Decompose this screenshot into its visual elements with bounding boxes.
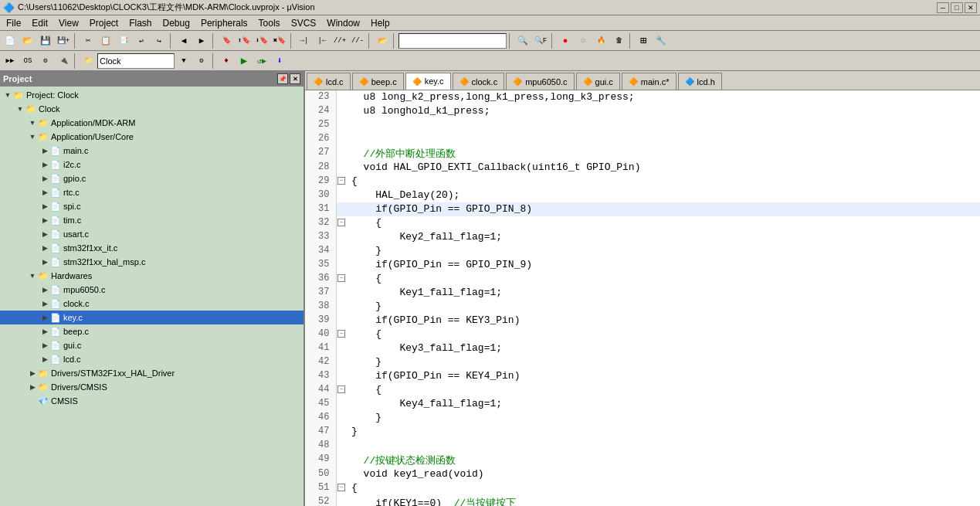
- cut-button[interactable]: ✂: [80, 32, 97, 49]
- download-button[interactable]: 🔥: [592, 32, 609, 49]
- menu-item-help[interactable]: Help: [366, 16, 395, 30]
- tab-clock-c[interactable]: 🔶clock.c: [453, 73, 505, 90]
- code-content-31[interactable]: if(GPIO_Pin == GPIO_PIN_8): [347, 202, 980, 216]
- tree-expander-1[interactable]: ▼: [15, 104, 25, 114]
- code-content-50[interactable]: void key1_read(void): [347, 467, 980, 481]
- code-content-37[interactable]: Key1_fall_flag=1;: [347, 286, 980, 300]
- tree-item-16[interactable]: ▶📄key.c: [0, 311, 303, 324]
- tree-expander-21[interactable]: ▶: [28, 382, 37, 392]
- search-input[interactable]: [398, 33, 507, 49]
- fold-col-32[interactable]: −: [336, 216, 347, 230]
- code-editor[interactable]: 23 u8 long_k2_press,long_k1_press,long_k…: [305, 90, 980, 506]
- tree-expander-3[interactable]: ▼: [28, 132, 37, 141]
- code-content-52[interactable]: if(KEY1==0) //当按键按下: [347, 495, 980, 506]
- open-button[interactable]: 📂: [19, 32, 36, 49]
- code-content-41[interactable]: Key3_fall_flag=1;: [347, 341, 980, 355]
- fold-col-36[interactable]: −: [336, 272, 347, 286]
- tree-item-6[interactable]: ▶📄gpio.c: [0, 171, 303, 185]
- comment-button[interactable]: //+: [331, 32, 348, 49]
- tree-expander-10[interactable]: ▶: [40, 229, 49, 239]
- tree-item-15[interactable]: ▶📄clock.c: [0, 297, 303, 311]
- code-content-42[interactable]: }: [347, 355, 980, 369]
- tree-expander-17[interactable]: ▶: [40, 327, 49, 336]
- code-content-35[interactable]: if(GPIO_Pin == GPIO_PIN_9): [347, 258, 980, 272]
- tree-expander-2[interactable]: ▼: [28, 118, 37, 127]
- code-content-24[interactable]: u8 longhold_k1_press;: [347, 104, 980, 118]
- tab-lcd-h[interactable]: 🔷lcd.h: [678, 73, 722, 90]
- search-in-files-button[interactable]: 🔍F: [532, 32, 549, 49]
- tree-item-22[interactable]: 💎CMSIS: [0, 394, 303, 408]
- menu-item-debug[interactable]: Debug: [158, 16, 195, 30]
- debug-button[interactable]: ▶▶: [2, 53, 19, 70]
- tree-item-0[interactable]: ▼📁Project: Clock: [0, 88, 303, 102]
- tools-button[interactable]: 🔧: [653, 32, 670, 49]
- os-button[interactable]: OS: [19, 53, 36, 70]
- code-content-46[interactable]: }: [347, 411, 980, 425]
- tree-item-12[interactable]: ▶📄stm32f1xx_hal_msp.c: [0, 255, 303, 269]
- prev-bookmark-button[interactable]: ⬆🔖: [236, 32, 253, 49]
- next-bookmark-button[interactable]: ⬇🔖: [253, 32, 270, 49]
- menu-item-tools[interactable]: Tools: [254, 16, 285, 30]
- code-content-23[interactable]: u8 long_k2_press,long_k1_press,long_k3_p…: [347, 90, 980, 104]
- tab-gui-c[interactable]: 🔶gui.c: [576, 73, 620, 90]
- tree-expander-15[interactable]: ▶: [40, 299, 49, 308]
- redo-button[interactable]: ↪: [151, 32, 168, 49]
- tree-item-18[interactable]: ▶📄gui.c: [0, 338, 303, 352]
- code-content-39[interactable]: if(GPIO_Pin == KEY3_Pin): [347, 314, 980, 328]
- search-button[interactable]: 🔍: [514, 32, 531, 49]
- tree-expander-9[interactable]: ▶: [40, 216, 49, 225]
- code-content-29[interactable]: {: [347, 175, 980, 188]
- menu-item-svcs[interactable]: SVCS: [287, 16, 321, 30]
- code-content-34[interactable]: }: [347, 244, 980, 258]
- fold-col-51[interactable]: −: [336, 481, 347, 495]
- tree-item-20[interactable]: ▶📁Drivers/STM32F1xx_HAL_Driver: [0, 366, 303, 380]
- settings-button[interactable]: ⊞: [635, 32, 652, 49]
- menu-item-flash[interactable]: Flash: [124, 16, 156, 30]
- open-file-button[interactable]: 📂: [374, 32, 391, 49]
- menu-item-view[interactable]: View: [54, 16, 83, 30]
- nav-back-button[interactable]: ◀: [175, 32, 192, 49]
- code-content-36[interactable]: {: [347, 272, 980, 286]
- peripheral-button[interactable]: ⚙: [37, 53, 54, 70]
- tree-item-5[interactable]: ▶📄i2c.c: [0, 158, 303, 171]
- tree-item-3[interactable]: ▼📁Application/User/Core: [0, 130, 303, 144]
- code-content-47[interactable]: }: [347, 425, 980, 439]
- tree-expander-8[interactable]: ▶: [40, 202, 49, 211]
- fold-col-29[interactable]: −: [336, 175, 347, 188]
- tree-item-2[interactable]: ▼📁Application/MDK-ARM: [0, 116, 303, 130]
- copy-button[interactable]: 📋: [97, 32, 114, 49]
- code-content-45[interactable]: Key4_fall_flag=1;: [347, 397, 980, 411]
- tree-item-4[interactable]: ▶📄main.c: [0, 144, 303, 158]
- menu-item-file[interactable]: File: [2, 16, 25, 30]
- code-content-26[interactable]: [347, 132, 980, 146]
- menu-item-project[interactable]: Project: [85, 16, 123, 30]
- tree-item-14[interactable]: ▶📄mpu6050.c: [0, 283, 303, 297]
- tree-expander-16[interactable]: ▶: [40, 313, 49, 322]
- code-content-40[interactable]: {: [347, 328, 980, 341]
- tree-item-10[interactable]: ▶📄usart.c: [0, 227, 303, 241]
- compile-button[interactable]: ▶: [236, 53, 253, 70]
- new-file-button[interactable]: 📄: [2, 32, 19, 49]
- flash-download-button[interactable]: ⬇: [271, 53, 288, 70]
- tree-item-19[interactable]: ▶📄lcd.c: [0, 352, 303, 366]
- tree-item-11[interactable]: ▶📄stm32f1xx_it.c: [0, 241, 303, 255]
- close-button[interactable]: ✕: [965, 2, 977, 13]
- hardware-button[interactable]: 🔌: [55, 53, 72, 70]
- code-content-33[interactable]: Key2_fall_flag=1;: [347, 230, 980, 244]
- tree-item-17[interactable]: ▶📄beep.c: [0, 324, 303, 338]
- code-content-44[interactable]: {: [347, 383, 980, 397]
- tree-expander-19[interactable]: ▶: [40, 355, 49, 364]
- tab-lcd-c[interactable]: 🔶lcd.c: [307, 73, 351, 90]
- tree-expander-5[interactable]: ▶: [40, 160, 49, 169]
- rebuild-button[interactable]: ↺▶: [253, 53, 270, 70]
- build-target-input[interactable]: [97, 53, 175, 69]
- tree-expander-4[interactable]: ▶: [40, 146, 49, 155]
- unindent-button[interactable]: |←: [314, 32, 331, 49]
- build-button[interactable]: ●: [557, 32, 574, 49]
- tab-mpu6050-c[interactable]: 🔶mpu6050.c: [506, 73, 574, 90]
- save-button[interactable]: 💾: [37, 32, 54, 49]
- indent-button[interactable]: →|: [296, 32, 313, 49]
- tree-expander-12[interactable]: ▶: [40, 257, 49, 267]
- minimize-button[interactable]: ─: [937, 2, 949, 13]
- tab-key-c[interactable]: 🔶key.c: [405, 73, 451, 90]
